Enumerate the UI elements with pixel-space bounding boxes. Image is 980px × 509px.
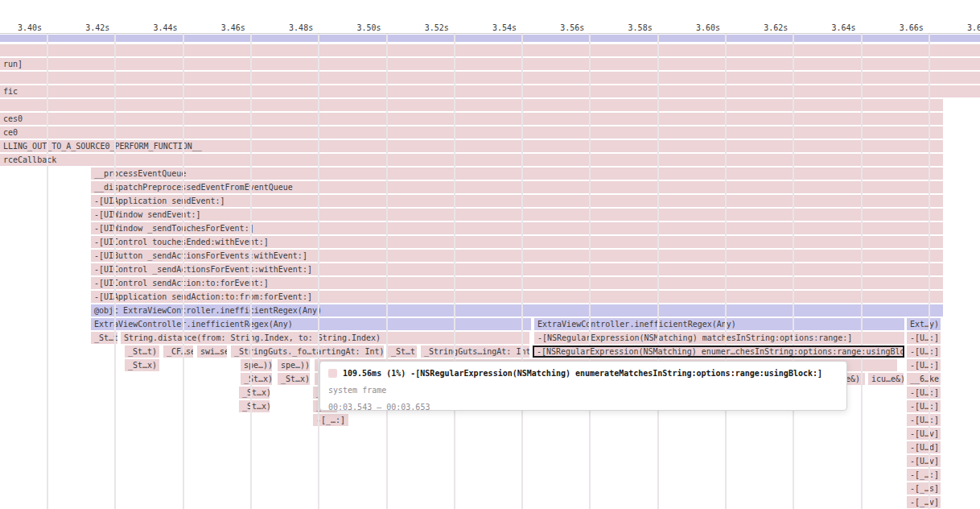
flame-graph-stage: 3.40s3.42s3.44s3.46s3.48s3.50s3.52s3.54s… <box>0 0 980 509</box>
flame-frame[interactable]: _St…t) <box>91 332 117 344</box>
gridline <box>793 34 794 509</box>
ruler-tick-label: 3.54s <box>468 23 517 32</box>
flame-frame[interactable]: _St…t) <box>388 346 417 358</box>
gridline <box>521 34 523 509</box>
flame-frame[interactable]: _StringGuts…ingAt: Int) <box>421 346 529 358</box>
ruler-tick-label: 3.60s <box>672 23 720 32</box>
flame-frame[interactable]: -[UIApplication sendAction:to:from:forEv… <box>91 291 943 303</box>
flame-frame[interactable]: -[U…:] <box>907 346 941 358</box>
flame-frame[interactable] <box>0 72 980 84</box>
gridline <box>183 34 184 509</box>
gridline <box>386 34 388 509</box>
ruler-divider <box>0 33 980 34</box>
flame-frame[interactable]: icu…e&) <box>868 373 904 385</box>
ruler-tick-label: 3.56s <box>536 23 584 32</box>
flame-frame[interactable]: -[U…:] <box>907 359 941 371</box>
ruler-tick-label: 3.64s <box>808 23 856 32</box>
ruler-tick-label: 3.40s <box>0 23 42 32</box>
timeline-ruler[interactable]: 3.40s3.42s3.44s3.46s3.48s3.50s3.52s3.54s… <box>0 0 980 33</box>
flame-frame[interactable]: Ext…y) <box>907 318 941 330</box>
flame-frame[interactable]: ce0 <box>0 126 943 139</box>
ruler-tick-label: 3.58s <box>604 23 653 32</box>
gridline <box>657 34 659 509</box>
gridline <box>861 34 863 509</box>
flame-frame[interactable]: _St…x) <box>125 359 159 371</box>
flame-frame[interactable]: -[U…:] <box>907 387 941 399</box>
gridline <box>589 34 591 509</box>
flame-frame[interactable]: swi…se <box>197 346 227 358</box>
tooltip-frame-type: system frame <box>328 384 838 396</box>
ruler-tick-label: 3.48s <box>265 23 313 32</box>
flame-frame[interactable]: -[U…v] <box>907 428 941 440</box>
flame-frame[interactable]: -[U…d] <box>907 441 941 453</box>
flame-frame[interactable]: ExtraViewController.inefficientRegex(Any… <box>91 318 531 330</box>
gridline <box>454 34 455 509</box>
flame-frame[interactable]: rceCallback <box>0 154 943 166</box>
flame-frame[interactable]: __processEventQueue <box>91 168 943 180</box>
flame-frame[interactable]: -[UIControl sendAction:to:forEvent:] <box>91 277 943 289</box>
flame-frame[interactable]: LLING_OUT_TO_A_SOURCE0_PERFORM_FUNCTION_… <box>0 140 943 152</box>
ruler-tick-label: 3.50s <box>333 23 381 32</box>
flame-frame[interactable]: _St…t) <box>125 346 159 358</box>
ruler-tick-label: 3.46s <box>197 23 245 32</box>
flame-frame[interactable]: -[U…:] <box>907 414 941 426</box>
gridline <box>929 34 930 509</box>
gridline <box>114 34 116 509</box>
frame-color-swatch-icon <box>328 369 337 378</box>
flame-frame[interactable]: __6…ke <box>907 373 941 385</box>
flame-frame[interactable]: @objc ExtraViewController.inefficientReg… <box>91 304 943 317</box>
ruler-tick-label: 3.66s <box>875 23 924 32</box>
gridline <box>318 34 319 509</box>
ruler-tick-label: 3.42s <box>61 23 109 32</box>
flame-frame[interactable]: -[U…v] <box>907 455 941 467</box>
depth-band[interactable] <box>0 35 980 42</box>
flame-frame[interactable]: ces0 <box>0 113 943 125</box>
flame-frame[interactable] <box>0 44 980 56</box>
gridline <box>725 34 727 509</box>
flame-frame[interactable]: _St…x) <box>241 373 272 385</box>
tooltip-time-range: 00:03.543 — 00:03.653 <box>328 401 838 413</box>
ruler-tick-label: 3.68s <box>943 23 980 32</box>
flame-frame[interactable]: -[UIWindow sendEvent:] <box>91 209 943 221</box>
flame-frame[interactable]: _St…x) <box>278 373 310 385</box>
tooltip-title-row: 109.56ms (1%) -[NSRegularExpression(NSMa… <box>328 367 838 379</box>
flame-frame[interactable]: _CF…se <box>163 346 193 358</box>
flame-frame[interactable]: _St…x) <box>239 400 270 412</box>
flame-frame[interactable] <box>0 99 943 111</box>
flame-frame[interactable]: __dispatchPreprocessedEventFromEventQueu… <box>91 181 943 193</box>
frame-tooltip: 109.56ms (1%) -[NSRegularExpression(NSMa… <box>319 361 847 411</box>
flame-frame[interactable]: -[_…s] <box>907 482 941 495</box>
ruler-tick-label: 3.62s <box>739 23 788 32</box>
flame-frame[interactable]: -[UIButton _sendActionsForEvents:withEve… <box>91 250 943 262</box>
flame-frame[interactable]: spe…)) <box>241 359 272 371</box>
gridline <box>47 34 48 509</box>
flame-frame[interactable]: -[UIControl touchesEnded:withEvent:] <box>91 236 943 248</box>
ruler-tick-label: 3.52s <box>401 23 449 32</box>
flame-frame[interactable]: -[_…v] <box>907 496 941 508</box>
flame-frame[interactable]: -[UIWindow _sendTouchesForEvent:] <box>91 222 943 234</box>
flame-frame[interactable]: -[U…:] <box>907 400 941 412</box>
flame-frame-selected[interactable]: -[NSRegularExpression(NSMatching) enumer… <box>533 346 904 358</box>
flame-frame[interactable]: -[U…:] <box>907 332 941 344</box>
flame-frame[interactable]: -[_…:] <box>907 469 941 481</box>
flame-frame[interactable]: _StringGuts._fo…tartingAt: Int) <box>231 346 384 358</box>
gridline <box>250 34 252 509</box>
flame-frame[interactable]: -[UIApplication sendEvent:] <box>91 195 943 207</box>
tooltip-title: 109.56ms (1%) -[NSRegularExpression(NSMa… <box>343 369 822 378</box>
flame-frame[interactable]: _St…x) <box>239 387 270 399</box>
flame-frame[interactable]: run] <box>0 58 980 70</box>
flame-frame[interactable]: fic <box>0 85 980 97</box>
ruler-tick-label: 3.44s <box>130 23 178 32</box>
flame-frame[interactable]: spe…)) <box>278 359 310 371</box>
flame-frame[interactable]: -[UIControl _sendActionsForEvents:withEv… <box>91 263 943 275</box>
